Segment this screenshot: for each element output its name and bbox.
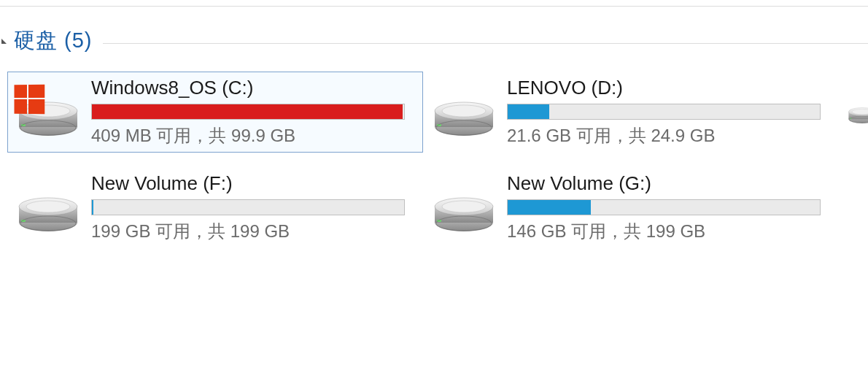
drive-status: 409 MB 可用，共 99.9 GB xyxy=(91,124,416,147)
hard-drive-icon xyxy=(848,88,868,137)
drives-grid: Windows8_OS (C:)409 MB 可用，共 99.9 GB LENO… xyxy=(7,72,868,248)
drive-icon xyxy=(428,88,500,137)
drive-status: 199 GB 可用，共 199 GB xyxy=(91,220,416,243)
drive-usage-fill xyxy=(92,200,93,215)
top-divider xyxy=(0,6,868,7)
section-divider xyxy=(103,43,869,44)
drive-name: New Volume (F:) xyxy=(91,172,416,195)
drive-name: Windows8_OS (C:) xyxy=(91,77,416,99)
svg-point-9 xyxy=(442,105,486,117)
drive-info: LENOVO (D:)21.6 GB 可用，共 24.9 GB xyxy=(500,77,832,147)
drive-usage-bar xyxy=(91,104,405,120)
drive-info: Windows8_OS (C:)409 MB 可用，共 99.9 GB xyxy=(84,77,416,147)
drive-usage-bar xyxy=(91,199,405,215)
drive-status: 146 GB 可用，共 199 GB xyxy=(507,220,832,243)
drive-usage-fill xyxy=(508,104,549,119)
drive-item[interactable]: LENOVO (D:)21.6 GB 可用，共 24.9 GB xyxy=(423,72,839,153)
drive-icon xyxy=(428,183,500,233)
drive-item[interactable]: Windows8_OS (C:)409 MB 可用，共 99.9 GB xyxy=(7,72,423,153)
drive-item[interactable]: New Volume (F:)199 GB 可用，共 199 GB xyxy=(7,167,423,248)
drive-usage-fill xyxy=(508,200,591,215)
drive-item-partial[interactable] xyxy=(839,72,868,153)
section-title: 硬盘 (5) xyxy=(14,26,93,55)
drive-usage-bar xyxy=(507,104,821,120)
drive-status: 21.6 GB 可用，共 24.9 GB xyxy=(507,124,832,147)
drive-usage-fill xyxy=(92,104,403,119)
drive-usage-bar xyxy=(507,199,821,215)
drive-info: New Volume (F:)199 GB 可用，共 199 GB xyxy=(84,172,416,243)
drive-icon xyxy=(12,183,84,233)
svg-point-27 xyxy=(442,201,486,212)
windows-logo-icon xyxy=(14,84,44,114)
collapse-triangle-icon[interactable] xyxy=(1,39,7,44)
svg-point-21 xyxy=(26,201,70,212)
drive-item[interactable]: New Volume (G:)146 GB 可用，共 199 GB xyxy=(423,167,839,248)
drive-icon xyxy=(12,88,84,137)
drive-name: New Volume (G:) xyxy=(507,172,832,195)
section-header[interactable]: 硬盘 (5) xyxy=(0,26,868,55)
drive-name: LENOVO (D:) xyxy=(507,77,832,99)
drive-info: New Volume (G:)146 GB 可用，共 199 GB xyxy=(500,172,832,243)
